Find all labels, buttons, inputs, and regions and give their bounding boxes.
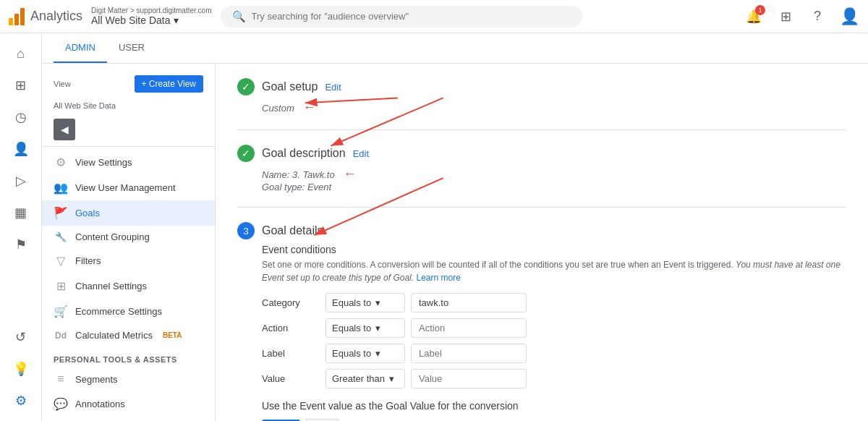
nav-item-annotations[interactable]: 💬 Annotations [42, 391, 215, 417]
help-icon[interactable]: ? [807, 7, 827, 27]
sidebar-sync-icon[interactable]: ↺ [7, 323, 35, 352]
condition-input-label[interactable] [411, 344, 527, 363]
sidebar-realtime-icon[interactable]: ▷ [7, 166, 35, 195]
account-icon[interactable]: 👤 [839, 7, 859, 27]
annotations-icon: 💬 [54, 397, 68, 411]
nav-item-label: Filters [75, 255, 101, 266]
left-sidebar: ⌂ ⊞ ◷ 👤 ▷ ▦ ⚑ ↺ 💡 ⚙ [0, 33, 42, 421]
logo-bar-2 [14, 14, 19, 25]
logo-bar-1 [9, 18, 13, 25]
nav-item-content-grouping[interactable]: 🔧 Content Grouping [42, 226, 215, 248]
channel-settings-icon: ⊞ [54, 279, 68, 293]
sidebar-settings-icon[interactable]: ⚙ [7, 386, 35, 415]
condition-input-category[interactable] [411, 293, 527, 312]
event-conditions-title: Event conditions [262, 244, 846, 255]
beta-badge: BETA [163, 331, 182, 339]
breadcrumb: Digit Matter > support.digitmatter.com [91, 7, 211, 14]
goal-setup-section: ✓ Goal setup Edit Custom ← [237, 78, 846, 130]
app-title: Analytics [30, 9, 82, 24]
condition-select-label[interactable]: Equals to ▾ [326, 344, 405, 363]
condition-row-value: Value Greater than ▾ [262, 369, 846, 388]
nav-item-label: Segments [75, 374, 118, 385]
arrow-indicator-2: ← [343, 166, 356, 181]
condition-row-category: Category Equals to ▾ [262, 293, 846, 312]
sidebar-home-icon[interactable]: ⌂ [7, 39, 35, 68]
condition-select-category[interactable]: Equals to ▾ [326, 293, 405, 312]
sidebar-bulb-icon[interactable]: 💡 [7, 354, 35, 383]
content-area: ADMIN USER View + Create View All Web Si… [42, 33, 868, 421]
nav-item-ecommerce[interactable]: 🛒 Ecommerce Settings [42, 299, 215, 324]
left-nav: View + Create View All Web Site Data ◀ ⚙… [42, 64, 216, 421]
condition-label-value: Value [262, 373, 320, 384]
goal-details-section: 3 Goal details Event conditions Set one … [237, 222, 846, 421]
search-bar[interactable]: 🔍 [221, 6, 582, 27]
sidebar-chart-icon[interactable]: ▦ [7, 198, 35, 227]
chevron-down-icon: ▾ [174, 14, 179, 26]
nav-item-label: View User Management [75, 182, 176, 193]
goal-description-section: ✓ Goal description Edit Name: 3. Tawk.to… [237, 145, 846, 208]
nav-item-view-settings[interactable]: ⚙ View Settings [42, 150, 215, 175]
logo-area: Analytics [9, 8, 82, 25]
logo-icon [9, 8, 25, 25]
top-header: Analytics Digit Matter > support.digitma… [0, 0, 868, 33]
goal-setup-title: Goal setup [262, 80, 318, 93]
sidebar-dashboard-icon[interactable]: ⊞ [7, 71, 35, 100]
nav-item-label: Channel Settings [75, 281, 147, 292]
tab-admin[interactable]: ADMIN [54, 33, 107, 63]
condition-input-action[interactable] [411, 318, 527, 338]
left-nav-header: View + Create View [42, 72, 215, 98]
nav-item-channel-settings[interactable]: ⊞ Channel Settings [42, 273, 215, 299]
goal-setup-sub: Custom ← [262, 100, 846, 115]
nav-item-label: Ecommerce Settings [75, 306, 162, 317]
condition-input-value[interactable] [411, 369, 527, 388]
nav-item-filters[interactable]: ▽ Filters [42, 248, 215, 273]
goal-description-sub: Name: 3. Tawk.to ← Goal type: Event [262, 166, 846, 192]
chevron-down-icon: ▾ [375, 323, 380, 333]
nav-item-label: View Settings [75, 157, 132, 168]
chevron-down-icon: ▾ [389, 373, 394, 384]
condition-select-action[interactable]: Equals to ▾ [326, 318, 405, 338]
nav-item-goals[interactable]: 🚩 Goals [42, 200, 215, 226]
property-selector[interactable]: Digit Matter > support.digitmatter.com A… [91, 7, 211, 26]
goal-setup-edit-link[interactable]: Edit [325, 82, 341, 93]
ecommerce-icon: 🛒 [54, 305, 68, 318]
condition-row-label: Label Equals to ▾ [262, 344, 846, 363]
conditions-table: Category Equals to ▾ Action Equ [262, 293, 846, 388]
content-grouping-icon: 🔧 [54, 231, 68, 242]
search-input[interactable] [252, 11, 571, 22]
sidebar-reports-icon[interactable]: ◷ [7, 103, 35, 132]
right-panel: ✓ Goal setup Edit Custom ← ✓ Goal descri… [216, 64, 868, 421]
nav-item-segments[interactable]: ≡ Segments [42, 367, 215, 391]
segments-icon: ≡ [54, 373, 68, 386]
user-management-icon: 👥 [54, 181, 68, 195]
condition-select-value[interactable]: Greater than ▾ [326, 369, 405, 388]
sidebar-flag-icon[interactable]: ⚑ [7, 230, 35, 259]
goal-description-title: Goal description [262, 147, 346, 160]
site-label: All Web Site Data [42, 98, 215, 116]
goals-icon: 🚩 [54, 206, 68, 220]
tab-user[interactable]: USER [107, 33, 156, 63]
nav-item-user-management[interactable]: 👥 View User Management [42, 175, 215, 200]
goal-description-header: ✓ Goal description Edit [237, 145, 846, 162]
notification-bell[interactable]: 🔔 1 [744, 7, 764, 27]
nav-item-label: Content Grouping [75, 231, 150, 242]
goal-description-edit-link[interactable]: Edit [353, 148, 369, 159]
create-view-button[interactable]: + Create View [135, 75, 204, 93]
admin-tabs: ADMIN USER [42, 33, 868, 64]
goal-details-header: 3 Goal details [237, 222, 846, 239]
logo-bar-3 [20, 8, 25, 25]
search-icon: 🔍 [232, 10, 246, 23]
header-icons: 🔔 1 ⊞ ? 👤 [744, 7, 859, 27]
filters-icon: ▽ [54, 254, 68, 268]
learn-more-link[interactable]: Learn more [416, 273, 460, 283]
calculated-metrics-icon: Dd [54, 331, 68, 341]
two-panel: View + Create View All Web Site Data ◀ ⚙… [42, 64, 868, 421]
back-icon[interactable]: ◀ [54, 119, 75, 140]
property-name[interactable]: All Web Site Data ▾ [91, 14, 211, 26]
condition-row-action: Action Equals to ▾ [262, 318, 846, 338]
view-settings-icon: ⚙ [54, 156, 68, 169]
sidebar-audience-icon[interactable]: 👤 [7, 135, 35, 163]
nav-item-calculated-metrics[interactable]: Dd Calculated Metrics BETA [42, 324, 215, 346]
chevron-down-icon: ▾ [375, 297, 380, 308]
apps-grid-icon[interactable]: ⊞ [775, 7, 796, 27]
